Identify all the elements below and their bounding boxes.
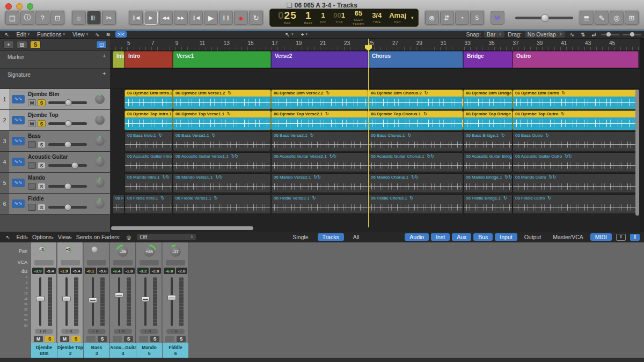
track-name[interactable]: Mando — [28, 175, 45, 181]
track-mute-button[interactable]: M — [28, 99, 36, 106]
master-volume-knob[interactable] — [541, 14, 549, 22]
track-name[interactable]: Djembe Top — [28, 112, 58, 118]
channel-mute-button[interactable]: M — [139, 336, 148, 342]
automation-icon[interactable]: ∿ — [93, 32, 101, 38]
track-volume-slider[interactable] — [48, 185, 87, 188]
snap-dropdown[interactable]: Bar⇕ — [484, 31, 504, 38]
audio-region[interactable]: 06 Fi — [113, 194, 125, 214]
audio-region[interactable]: 06 Djembe Top Outro↻ — [513, 110, 639, 130]
add-marker-button[interactable]: + — [103, 53, 106, 59]
horizontal-zoom-button[interactable]: ⇄ — [590, 32, 598, 38]
mixer-all-tab[interactable]: All — [348, 233, 364, 241]
audio-region[interactable]: 06 Djembe Top Bridge.1 — [463, 110, 513, 130]
channel-mute-button[interactable]: M — [165, 336, 174, 342]
channel-name-plate[interactable]: Fiddle 6 — [163, 343, 188, 359]
arrangement-marker[interactable]: Outro — [513, 51, 639, 68]
channel-solo-button[interactable]: S — [45, 336, 54, 342]
audio-region[interactable]: 06 Acoustic Guitar Verse1.1↻↻ — [173, 152, 271, 172]
audio-region[interactable]: 06 Fiddle Chorus.1↻ — [368, 194, 463, 214]
mixer-options-menu[interactable]: Options▾ — [32, 234, 54, 240]
audio-region[interactable]: 06 Bass Bridge.1↻ — [463, 131, 513, 151]
track-solo-button[interactable]: S — [38, 162, 46, 169]
lcd-display[interactable]: 025BAR 1BEAT 1DIV 001TICK 65KEEPTEMPO 3/… — [269, 9, 419, 27]
input-monitor-record-buttons[interactable]: IR — [114, 329, 132, 334]
audio-region[interactable]: 06 Mando Bridge.1↻↻ — [463, 173, 513, 193]
arrangement-marker[interactable]: Verse1 — [173, 51, 271, 68]
pan-knob[interactable]: -5 — [37, 245, 51, 258]
pan-knob[interactable]: -17 — [169, 245, 182, 258]
mixer-button[interactable]: ⊪ — [87, 11, 101, 25]
audio-region[interactable]: 06 Djembe Top Verse2.1↻ — [271, 110, 368, 130]
editors-button[interactable]: ✂ — [102, 11, 116, 25]
flex-icon[interactable]: ≋ — [105, 32, 112, 38]
go-to-beginning-button[interactable]: ❙◀ — [129, 11, 143, 25]
play-button[interactable]: ▶ — [204, 11, 218, 25]
add-signature-button[interactable]: + — [103, 71, 106, 77]
forward-button[interactable]: ▶▶ — [174, 11, 188, 25]
tracks-functions-menu[interactable]: Functions▾ — [35, 31, 67, 38]
mixer-filter-mastervca[interactable]: Master/VCA — [548, 233, 588, 241]
track-volume-knob[interactable] — [64, 204, 71, 211]
channel-solo-button[interactable]: S — [177, 336, 186, 342]
global-solo-button[interactable]: S — [30, 41, 41, 49]
input-monitor-record-buttons[interactable]: IR — [166, 329, 185, 334]
track-pan-knob[interactable] — [94, 156, 106, 168]
mixer-channel-strip[interactable]: -35 -6.4 -1.8 IR M S Acou...Guitar 4 — [110, 242, 136, 359]
channel-name-plate[interactable]: Acou...Guitar 4 — [110, 343, 136, 359]
audio-region[interactable]: 06 Mando Outro↻↻ — [513, 173, 639, 193]
fader-handle[interactable] — [141, 297, 150, 302]
track-volume-slider[interactable] — [48, 122, 87, 125]
vca-slot[interactable] — [34, 260, 54, 265]
track-volume-knob[interactable] — [65, 99, 72, 106]
mixer-channel-strip[interactable]: -0.1 -5.6 IR M S Bass 3 — [84, 242, 109, 359]
audio-region[interactable]: 06 Fiddle Verse2.1↻ — [271, 194, 368, 214]
channel-name-plate[interactable]: Djembe Top 2 — [57, 343, 83, 359]
audio-region[interactable]: 06 Bass Outro↻ — [513, 131, 639, 151]
vca-slot[interactable] — [87, 260, 106, 265]
horizontal-zoom-slider[interactable] — [623, 34, 641, 35]
audio-region[interactable]: 06 Djembe Top Intro.1 — [125, 110, 173, 130]
audio-region[interactable]: 06 Djembe Btm Outro↻ — [513, 90, 639, 109]
master-volume-slider[interactable] — [515, 17, 573, 19]
rewind-button[interactable]: ◀◀ — [159, 11, 173, 25]
audio-region[interactable]: 06 Mando Verse1.1↻↻ — [173, 173, 271, 193]
horizontal-scrollbar-thumb[interactable] — [111, 226, 253, 230]
fader-handle[interactable] — [36, 296, 45, 301]
mixer-channel-strip[interactable]: +35 -3.2 -2.8 IR M S Mando 5 — [136, 242, 162, 359]
track-header[interactable]: 3 ∿∿ Bass M S — [0, 131, 110, 152]
channel-solo-button[interactable]: S — [71, 336, 80, 342]
track-volume-slider[interactable] — [48, 206, 87, 209]
cycle-button[interactable]: ↻ — [249, 11, 263, 25]
audio-region[interactable]: 06 Fiddle Bridge.1↻ — [463, 194, 513, 214]
mixer-filter-midi[interactable]: MIDI — [590, 233, 612, 241]
drag-dropdown[interactable]: No Overlap⇕ — [525, 31, 565, 38]
channel-mute-button[interactable]: M — [113, 336, 122, 342]
power-icon[interactable]: ◎ — [125, 234, 133, 240]
channel-name-plate[interactable]: Bass 3 — [84, 343, 109, 359]
audio-region[interactable]: 06 Mando Chorus.1↻↻ — [368, 173, 463, 193]
fader-handle[interactable] — [167, 295, 176, 300]
solo-mode-button[interactable]: S — [470, 11, 484, 25]
mixer-edit-menu[interactable]: Edit▾ — [16, 234, 28, 240]
audio-region[interactable]: 06 Djembe Btm Verse1.2↻ — [173, 90, 271, 109]
tracks-back-icon[interactable]: ↖ — [3, 32, 11, 38]
input-monitor-record-buttons[interactable]: IR — [61, 329, 79, 334]
mixer-view-menu[interactable]: View▾ — [58, 234, 72, 240]
arrangement-marker[interactable]: Verse2 — [271, 51, 368, 68]
vca-slot[interactable] — [166, 260, 185, 265]
audio-region[interactable]: 06 Fiddle Outro↻ — [513, 194, 639, 214]
track-header[interactable]: 2 ∿∿ Djembe Top M S — [0, 110, 110, 131]
track-pan-knob[interactable] — [94, 135, 106, 147]
sends-dropdown[interactable]: Off⇕ — [137, 234, 196, 240]
track-name[interactable]: Fiddle — [28, 196, 43, 202]
input-monitor-record-buttons[interactable]: IR — [87, 329, 106, 334]
apple-loops-button[interactable]: ◎ — [610, 11, 624, 25]
audio-region[interactable]: 06 Acoustic Guitar Intro.1 — [125, 152, 173, 172]
pan-knob[interactable] — [90, 245, 104, 258]
mixer-single-tab[interactable]: Single — [288, 233, 313, 241]
track-mute-button[interactable]: M — [28, 162, 36, 169]
audio-region[interactable]: 06 Bass Verse2.1↻ — [271, 131, 368, 151]
mixer-narrow-view-button[interactable]: ⫴ — [616, 234, 626, 241]
track-pan-knob[interactable] — [94, 198, 106, 210]
track-pan-knob[interactable] — [94, 93, 106, 105]
